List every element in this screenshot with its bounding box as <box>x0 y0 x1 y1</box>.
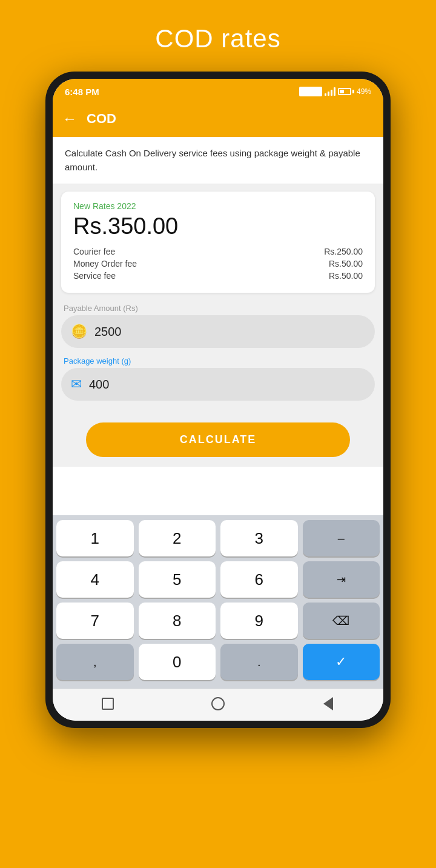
key-6[interactable]: 6 <box>220 561 298 598</box>
signal-icon <box>325 87 335 96</box>
payable-amount-value: 2500 <box>94 325 365 339</box>
money-order-fee-value: Rs.50.00 <box>329 259 363 269</box>
key-dash[interactable]: – <box>303 520 380 556</box>
app-bar-title: COD <box>87 111 116 127</box>
status-icons: VoLTE 49% <box>299 87 371 96</box>
courier-fee-label: Courier fee <box>73 247 115 256</box>
rates-label: New Rates 2022 <box>73 201 363 211</box>
key-delete[interactable]: ⌫ <box>303 603 380 639</box>
key-4[interactable]: 4 <box>56 561 134 598</box>
fee-row-service: Service fee Rs.50.00 <box>73 271 363 281</box>
package-weight-value: 400 <box>89 378 365 392</box>
description-section: Calculate Cash On Delivery service fees … <box>53 137 383 184</box>
key-7[interactable]: 7 <box>56 603 134 639</box>
status-time: 6:48 PM <box>65 87 99 97</box>
page-title: COD rates <box>155 24 280 53</box>
key-1[interactable]: 1 <box>56 520 134 556</box>
envelope-icon: ✉ <box>71 376 82 392</box>
key-0[interactable]: 0 <box>139 644 216 680</box>
keyboard: 1 2 3 – 4 5 6 ⇥ 7 8 9 ⌫ , 0 <box>53 515 383 689</box>
payable-amount-section: Payable Amount (Rs) 🪙 2500 Package weigh… <box>53 300 383 413</box>
fee-row-courier: Courier fee Rs.250.00 <box>73 247 363 256</box>
total-amount: Rs.350.00 <box>73 213 363 239</box>
courier-fee-value: Rs.250.00 <box>324 247 363 256</box>
rates-card: New Rates 2022 Rs.350.00 Courier fee Rs.… <box>61 192 375 293</box>
nav-home-button[interactable] <box>210 695 226 712</box>
nav-bar <box>53 689 383 721</box>
key-tab[interactable]: ⇥ <box>303 561 380 598</box>
nav-back-button[interactable] <box>320 695 337 712</box>
money-order-fee-label: Money Order fee <box>73 259 137 269</box>
phone-frame: 6:48 PM VoLTE 49% ← <box>45 72 391 728</box>
nav-square-button[interactable] <box>99 695 116 712</box>
battery-icon <box>338 88 354 95</box>
payable-amount-input[interactable]: 🪙 2500 <box>61 315 375 348</box>
description-text: Calculate Cash On Delivery service fees … <box>65 147 371 174</box>
result-area <box>53 467 383 515</box>
keyboard-row-3: 7 8 9 ⌫ <box>56 603 380 639</box>
fee-row-money-order: Money Order fee Rs.50.00 <box>73 259 363 269</box>
key-5[interactable]: 5 <box>139 561 216 598</box>
content-area: Calculate Cash On Delivery service fees … <box>53 137 383 515</box>
package-weight-input[interactable]: ✉ 400 <box>61 368 375 401</box>
key-2[interactable]: 2 <box>139 520 216 556</box>
service-fee-value: Rs.50.00 <box>329 271 363 281</box>
money-icon: 🪙 <box>71 324 87 339</box>
key-3[interactable]: 3 <box>220 520 298 556</box>
phone-screen: 6:48 PM VoLTE 49% ← <box>53 79 383 721</box>
nav-square-icon <box>102 698 114 710</box>
battery-percent: 49% <box>357 87 371 96</box>
keyboard-row-4: , 0 . ✓ <box>56 644 380 680</box>
key-comma[interactable]: , <box>56 644 134 680</box>
app-bar: ← COD <box>53 103 383 137</box>
service-fee-label: Service fee <box>73 271 116 281</box>
keyboard-row-2: 4 5 6 ⇥ <box>56 561 380 598</box>
status-bar: 6:48 PM VoLTE 49% <box>53 79 383 103</box>
key-9[interactable]: 9 <box>220 603 298 639</box>
nav-home-icon <box>211 697 225 710</box>
back-button[interactable]: ← <box>62 110 77 127</box>
package-weight-label: Package weight (g) <box>61 356 375 366</box>
calculate-button[interactable]: CALCULATE <box>86 422 351 457</box>
keyboard-row-1: 1 2 3 – <box>56 520 380 556</box>
key-period[interactable]: . <box>220 644 298 680</box>
key-confirm[interactable]: ✓ <box>303 644 380 680</box>
payable-amount-label: Payable Amount (Rs) <box>61 304 375 313</box>
key-8[interactable]: 8 <box>139 603 216 639</box>
volte-icon: VoLTE <box>299 87 322 96</box>
nav-back-icon <box>323 697 333 710</box>
